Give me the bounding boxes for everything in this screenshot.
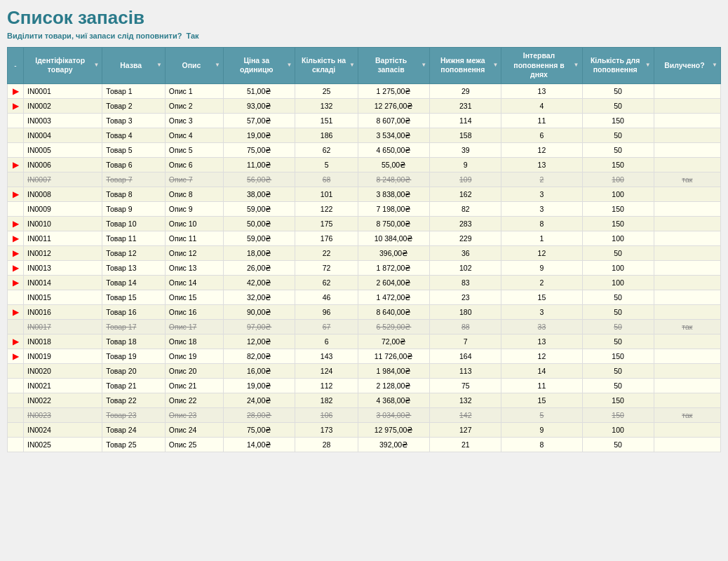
table-header-row: - Ідентіфікатор товару▼ Назва▼ Опис▼ Цін… (8, 48, 721, 84)
col-minus[interactable]: - (8, 48, 24, 84)
sort-icon-desc: ▼ (215, 62, 220, 69)
cell-price: 56,00₴ (223, 172, 295, 187)
cell-interval: 1 (501, 231, 582, 245)
flag-cell: ▶ (8, 349, 24, 363)
cell-minlevel: 23 (430, 290, 501, 304)
cell-cost: 1 872,00₴ (358, 260, 429, 275)
table-row: ▶IN0001Товар 1Опис 151,00₴251 275,00₴291… (8, 83, 721, 98)
cell-interval: 2 (501, 275, 582, 290)
cell-price: 75,00₴ (223, 142, 295, 157)
cell-desc: Опис 4 (165, 128, 223, 142)
table-row: ▶IN0014Товар 14Опис 1442,00₴622 604,00₴8… (8, 275, 721, 290)
cell-minlevel: 102 (430, 260, 501, 275)
cell-name: Товар 21 (102, 378, 166, 393)
cell-cost: 11 726,00₴ (358, 349, 429, 363)
col-header-qty[interactable]: Кількість на складі▼ (295, 48, 358, 84)
cell-interval: 9 (501, 422, 582, 437)
cell-replenish: 50 (582, 334, 654, 349)
cell-replenish: 150 (582, 201, 654, 216)
cell-id: IN0020 (24, 363, 102, 378)
cell-minlevel: 7 (430, 334, 501, 349)
col-header-excluded[interactable]: Вилучено?▼ (654, 48, 720, 84)
cell-excluded (654, 260, 720, 275)
inventory-table-container: - Ідентіфікатор товару▼ Назва▼ Опис▼ Цін… (7, 47, 721, 452)
cell-qty: 101 (295, 187, 358, 201)
cell-interval: 6 (501, 128, 582, 142)
col-header-name[interactable]: Назва▼ (102, 48, 166, 84)
cell-replenish: 150 (582, 407, 654, 422)
cell-minlevel: 21 (430, 437, 501, 452)
cell-qty: 186 (295, 128, 358, 142)
cell-interval: 8 (501, 216, 582, 231)
flag-cell: ▶ (8, 304, 24, 319)
cell-cost: 6 529,00₴ (358, 319, 429, 334)
cell-interval: 5 (501, 407, 582, 422)
cell-id: IN0018 (24, 334, 102, 349)
cell-cost: 8 607,00₴ (358, 113, 429, 128)
cell-replenish: 150 (582, 113, 654, 128)
cell-desc: Опис 11 (165, 231, 223, 245)
cell-interval: 2 (501, 172, 582, 187)
cell-price: 18,00₴ (223, 245, 295, 260)
cell-excluded (654, 216, 720, 231)
flag-cell (8, 378, 24, 393)
table-row: IN0005Товар 5Опис 575,00₴624 650,00₴3912… (8, 142, 721, 157)
col-header-interval[interactable]: Інтервал поповнення в днях▼ (501, 48, 582, 84)
cell-desc: Опис 16 (165, 304, 223, 319)
col-header-desc[interactable]: Опис▼ (165, 48, 223, 84)
cell-interval: 15 (501, 290, 582, 304)
cell-minlevel: 231 (430, 98, 501, 113)
cell-qty: 62 (295, 142, 358, 157)
col-header-replenish[interactable]: Кількість для поповнення▼ (582, 48, 654, 84)
cell-id: IN0009 (24, 201, 102, 216)
cell-excluded: так (654, 319, 720, 334)
table-row: IN0003Товар 3Опис 357,00₴1518 607,00₴114… (8, 113, 721, 128)
flag-cell: ▶ (8, 98, 24, 113)
cell-interval: 12 (501, 142, 582, 157)
cell-minlevel: 283 (430, 216, 501, 231)
sort-icon-id: ▼ (93, 62, 99, 69)
cell-desc: Опис 9 (165, 201, 223, 216)
table-row: IN0021Товар 21Опис 2119,00₴1122 128,00₴7… (8, 378, 721, 393)
cell-cost: 8 640,00₴ (358, 304, 429, 319)
cell-excluded (654, 231, 720, 245)
col-header-minlevel[interactable]: Нижня межа поповнення▼ (430, 48, 501, 84)
cell-id: IN0003 (24, 113, 102, 128)
cell-name: Товар 1 (102, 83, 166, 98)
cell-excluded: так (654, 172, 720, 187)
sort-icon-price: ▼ (286, 62, 292, 69)
col-header-id[interactable]: Ідентіфікатор товару▼ (24, 48, 102, 84)
col-header-price[interactable]: Ціна за одиницю▼ (223, 48, 295, 84)
cell-name: Товар 7 (102, 172, 166, 187)
table-row: IN0020Товар 20Опис 2016,00₴1241 984,00₴1… (8, 363, 721, 378)
flag-icon: ▶ (13, 248, 19, 258)
cell-name: Товар 23 (102, 407, 166, 422)
cell-interval: 3 (501, 187, 582, 201)
inventory-table: - Ідентіфікатор товару▼ Назва▼ Опис▼ Цін… (7, 47, 721, 452)
cell-minlevel: 142 (430, 407, 501, 422)
cell-desc: Опис 13 (165, 260, 223, 275)
cell-interval: 13 (501, 334, 582, 349)
cell-replenish: 100 (582, 260, 654, 275)
cell-qty: 25 (295, 83, 358, 98)
cell-desc: Опис 14 (165, 275, 223, 290)
cell-interval: 15 (501, 393, 582, 407)
cell-replenish: 50 (582, 319, 654, 334)
cell-name: Товар 15 (102, 290, 166, 304)
col-header-cost[interactable]: Вартість запасів▼ (358, 48, 429, 84)
sort-icon-cost: ▼ (421, 62, 426, 69)
cell-price: 19,00₴ (223, 128, 295, 142)
cell-qty: 112 (295, 378, 358, 393)
cell-cost: 3 034,00₴ (358, 407, 429, 422)
flag-cell: ▶ (8, 157, 24, 172)
cell-minlevel: 162 (430, 187, 501, 201)
cell-id: IN0002 (24, 98, 102, 113)
cell-name: Товар 9 (102, 201, 166, 216)
cell-id: IN0010 (24, 216, 102, 231)
minus-button[interactable]: - (11, 60, 19, 71)
sort-icon-replenish: ▼ (645, 62, 651, 69)
flag-cell: ▶ (8, 275, 24, 290)
flag-cell: ▶ (8, 260, 24, 275)
cell-interval: 3 (501, 304, 582, 319)
cell-cost: 396,00₴ (358, 245, 429, 260)
